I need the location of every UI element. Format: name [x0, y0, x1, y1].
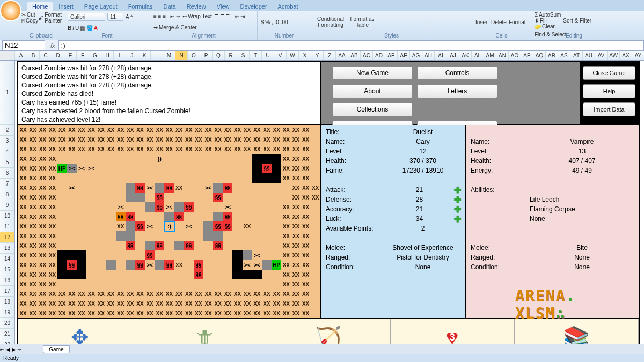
- col-header[interactable]: AA: [336, 51, 348, 60]
- col-header[interactable]: A: [15, 51, 27, 60]
- row-header[interactable]: 21: [0, 329, 14, 339]
- col-header[interactable]: H: [101, 51, 114, 60]
- conditional-formatting-button[interactable]: Conditional Formatting: [314, 16, 347, 28]
- col-header[interactable]: AN: [496, 51, 509, 60]
- plus-accuracy-icon[interactable]: ✚: [454, 204, 461, 215]
- row-header[interactable]: 15: [0, 264, 14, 275]
- col-header[interactable]: G: [89, 51, 101, 60]
- col-header[interactable]: AW: [608, 51, 620, 60]
- col-header[interactable]: D: [52, 51, 64, 60]
- col-header[interactable]: W: [287, 51, 299, 60]
- collections-button[interactable]: Collections: [332, 102, 413, 116]
- col-header[interactable]: AG: [410, 51, 422, 60]
- row-header[interactable]: 5: [0, 157, 14, 168]
- row-header[interactable]: 8: [0, 189, 14, 200]
- fx-icon[interactable]: fx: [47, 42, 58, 49]
- format-as-table-button[interactable]: Format as Table: [349, 16, 376, 28]
- row-header[interactable]: 7: [0, 179, 14, 189]
- formula-input[interactable]: [58, 40, 644, 50]
- col-header[interactable]: O: [188, 51, 200, 60]
- plus-defense-icon[interactable]: ✚: [454, 195, 461, 205]
- help-button[interactable]: Help: [583, 84, 635, 98]
- plus-luck-icon[interactable]: ✚: [454, 214, 461, 224]
- copy-button[interactable]: ⎘ Copy: [21, 18, 38, 24]
- col-header[interactable]: K: [138, 51, 151, 60]
- col-header[interactable]: R: [225, 51, 237, 60]
- tab-developer[interactable]: Developer: [235, 2, 272, 11]
- font-name-select[interactable]: [68, 13, 105, 21]
- name-box[interactable]: [2, 40, 45, 50]
- col-header[interactable]: S: [237, 51, 250, 60]
- font-size-select[interactable]: [107, 13, 123, 21]
- insert-cells-button[interactable]: Insert: [475, 19, 489, 25]
- close-game-button[interactable]: Close Game: [583, 66, 635, 80]
- col-header[interactable]: AS: [558, 51, 570, 60]
- tab-review[interactable]: Review: [181, 2, 211, 11]
- about-button[interactable]: About: [332, 84, 413, 98]
- row-header[interactable]: 17: [0, 286, 14, 297]
- col-header[interactable]: AQ: [533, 51, 546, 60]
- row-header[interactable]: 19: [0, 307, 14, 318]
- tab-home[interactable]: Home: [27, 2, 53, 11]
- row-header[interactable]: 11: [0, 221, 14, 232]
- col-header[interactable]: AR: [546, 51, 558, 60]
- controls-button[interactable]: Controls: [417, 66, 497, 80]
- cut-button[interactable]: ✂ Cut: [21, 12, 35, 18]
- tab-formulas[interactable]: Formulas: [123, 2, 158, 11]
- letters-button[interactable]: Letters: [417, 84, 497, 98]
- col-header[interactable]: AV: [595, 51, 608, 60]
- col-header[interactable]: AY: [632, 51, 644, 60]
- tab-insert[interactable]: Insert: [53, 2, 79, 11]
- tab-acrobat[interactable]: Acrobat: [273, 2, 304, 11]
- clear-button[interactable]: 🧽 Clear: [535, 24, 561, 29]
- col-header[interactable]: AB: [348, 51, 361, 60]
- plus-attack-icon[interactable]: ✚: [454, 185, 461, 195]
- col-header[interactable]: C: [40, 51, 52, 60]
- row-header[interactable]: 12: [0, 232, 14, 243]
- import-data-button[interactable]: Import Data: [583, 102, 635, 116]
- merge-center-button[interactable]: ⬌ Merge & Center: [153, 25, 197, 31]
- col-header[interactable]: X: [299, 51, 311, 60]
- col-header[interactable]: AJ: [447, 51, 459, 60]
- col-header[interactable]: AE: [385, 51, 398, 60]
- sheet-tab-game[interactable]: Game: [43, 345, 69, 353]
- col-header[interactable]: L: [151, 51, 163, 60]
- col-header[interactable]: J: [126, 51, 138, 60]
- col-header[interactable]: AL: [472, 51, 484, 60]
- col-header[interactable]: U: [262, 51, 274, 60]
- col-header[interactable]: P: [200, 51, 213, 60]
- col-header[interactable]: AO: [509, 51, 521, 60]
- tab-page-layout[interactable]: Page Layout: [79, 2, 123, 11]
- col-header[interactable]: I: [114, 51, 126, 60]
- col-header[interactable]: Y: [311, 51, 324, 60]
- col-header[interactable]: AP: [521, 51, 533, 60]
- autosum-button[interactable]: Σ AutoSum: [535, 12, 561, 18]
- row-header[interactable]: 3: [0, 136, 14, 146]
- row-header[interactable]: 14: [0, 254, 14, 264]
- col-header[interactable]: AD: [373, 51, 385, 60]
- arena-map[interactable]: XXXXXXXXXXXXXXXXXXXXXXXXXXXXXXXXXXXXXXXX…: [18, 125, 321, 318]
- sort-filter-button[interactable]: Sort & Filter: [563, 18, 591, 24]
- col-header[interactable]: AC: [361, 51, 373, 60]
- wrap-text-button[interactable]: ↩ Wrap Text: [182, 13, 212, 19]
- row-header[interactable]: 10: [0, 211, 14, 221]
- row-header[interactable]: 13: [0, 243, 14, 254]
- delete-cells-button[interactable]: Delete: [491, 19, 507, 25]
- row-header[interactable]: 6: [0, 168, 14, 179]
- new-game-button[interactable]: New Game: [332, 66, 413, 80]
- fill-button[interactable]: ⬇ Fill: [535, 18, 561, 24]
- tab-data[interactable]: Data: [158, 2, 181, 11]
- col-header[interactable]: M: [163, 51, 175, 60]
- col-header[interactable]: [0, 51, 15, 60]
- col-header[interactable]: AF: [398, 51, 410, 60]
- col-header[interactable]: B: [27, 51, 40, 60]
- format-cells-button[interactable]: Format: [509, 19, 526, 25]
- tab-view[interactable]: View: [211, 2, 235, 11]
- col-header[interactable]: V: [274, 51, 287, 60]
- row-header[interactable]: 18: [0, 297, 14, 307]
- col-header[interactable]: T: [250, 51, 262, 60]
- col-header[interactable]: AX: [620, 51, 632, 60]
- col-header[interactable]: AT: [570, 51, 583, 60]
- col-header[interactable]: N: [175, 51, 188, 60]
- row-header[interactable]: 4: [0, 146, 14, 157]
